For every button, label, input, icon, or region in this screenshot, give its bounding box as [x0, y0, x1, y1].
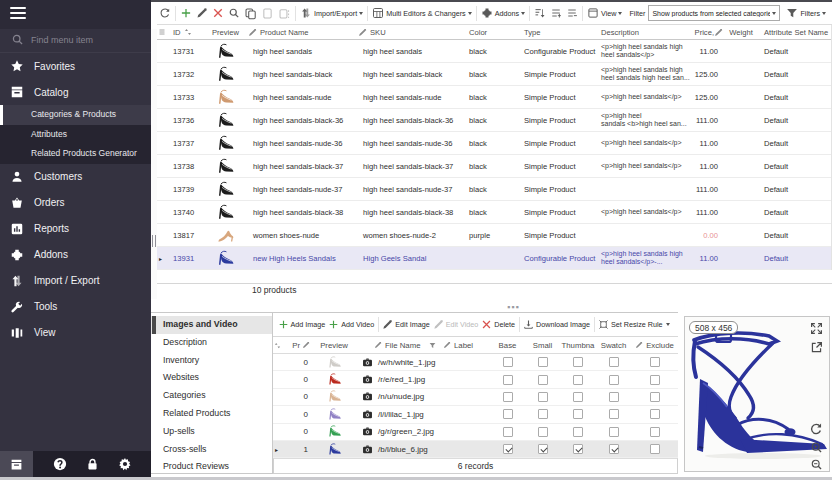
sidebar-item-categories-products[interactable]: Categories & Products: [0, 105, 151, 125]
sidebar-item-catalog[interactable]: Catalog: [0, 79, 151, 105]
col-header-sku[interactable]: SKU: [358, 28, 464, 37]
col-header-color[interactable]: Color: [464, 28, 520, 37]
view-button[interactable]: View: [585, 3, 624, 23]
thumbnail-checkbox[interactable]: [560, 409, 596, 419]
base-checkbox[interactable]: [490, 392, 525, 402]
col-header-attribute-set[interactable]: Attribute Set Name: [759, 28, 831, 37]
col-header-file-name[interactable]: File Name: [356, 341, 443, 350]
image-row[interactable]: 0 /g/r/green_2.jpg: [273, 424, 678, 441]
bottom-tab[interactable]: Images and Video: [151, 316, 272, 334]
bottom-tab[interactable]: Inventory: [151, 352, 272, 370]
filters-button[interactable]: Filters: [784, 3, 828, 23]
add-video-button[interactable]: Add Video: [327, 319, 376, 330]
edit-image-button[interactable]: Edit Image: [381, 319, 431, 330]
help-icon[interactable]: [53, 457, 67, 471]
sidebar-item-favorites[interactable]: Favorites: [0, 53, 151, 79]
swatch-checkbox[interactable]: [596, 357, 631, 367]
sidebar-item-orders[interactable]: Orders: [0, 190, 151, 216]
image-row[interactable]: ▸ 1 /b/l/blue_6.jpg: [273, 441, 678, 458]
horizontal-splitter[interactable]: ▪▪▪: [157, 297, 832, 312]
base-checkbox[interactable]: [490, 357, 525, 367]
hamburger-menu-icon[interactable]: [10, 7, 26, 20]
search-button[interactable]: [226, 3, 242, 23]
product-row[interactable]: ▸ 13931 new High Heels Sandals High Geel…: [157, 247, 831, 270]
product-row[interactable]: 13738 high heel sandals-black-37 high he…: [157, 155, 831, 178]
bottom-tab[interactable]: Up-sells: [151, 423, 272, 441]
zoom-in-icon[interactable]: [810, 441, 823, 454]
image-row[interactable]: 0 /l/i/lilac_1.jpg: [273, 406, 678, 423]
product-row[interactable]: 13731 high heel sandals high heel sandal…: [157, 40, 831, 63]
sort-icon[interactable]: [273, 342, 282, 349]
set-resize-rule-button[interactable]: Set Resize Rule: [597, 319, 665, 330]
bottom-tab[interactable]: Related Products: [151, 405, 272, 423]
swatch-checkbox[interactable]: [596, 375, 631, 385]
col-header-type[interactable]: Type: [520, 28, 596, 37]
swatch-checkbox[interactable]: [596, 427, 631, 437]
gear-icon[interactable]: [118, 457, 132, 471]
product-row[interactable]: 13739 high heel sandals-nude-37 high hee…: [157, 178, 831, 201]
delete-product-button[interactable]: [210, 3, 226, 23]
add-image-button[interactable]: Add Image: [276, 319, 327, 330]
image-row[interactable]: 0 /w/h/white_1.jpg: [273, 354, 678, 371]
collapse-all-button[interactable]: [564, 3, 580, 23]
col-header-label[interactable]: Label: [443, 341, 490, 350]
col-header-product-name[interactable]: Product Name: [248, 28, 358, 37]
exclude-checkbox[interactable]: [631, 375, 678, 385]
col-header-base[interactable]: Base: [490, 341, 525, 350]
expand-all-button[interactable]: [548, 3, 564, 23]
base-checkbox[interactable]: [490, 375, 525, 385]
bottom-tab[interactable]: Product Reviews: [151, 458, 272, 476]
bottom-tab[interactable]: Websites: [151, 369, 272, 387]
small-checkbox[interactable]: [525, 444, 560, 454]
bottom-tab[interactable]: Cross-sells: [151, 441, 272, 459]
exclude-checkbox[interactable]: [631, 357, 678, 367]
product-row[interactable]: 13732 high heel sandals-black high heel …: [157, 63, 831, 86]
thumbnail-checkbox[interactable]: [560, 444, 596, 454]
download-image-button[interactable]: Download Image: [522, 319, 592, 330]
exclude-checkbox[interactable]: [631, 409, 678, 419]
sort-button[interactable]: [532, 3, 548, 23]
sidebar-item-view[interactable]: View: [0, 320, 151, 346]
image-row[interactable]: 0 /n/u/nude.jpg: [273, 389, 678, 406]
small-checkbox[interactable]: [525, 427, 560, 437]
paste-special-button[interactable]: [276, 3, 293, 23]
col-header-preview[interactable]: Preview: [312, 341, 356, 350]
col-header-id[interactable]: ID: [166, 28, 203, 37]
sidebar-search[interactable]: Find menu item: [0, 29, 151, 53]
store-button[interactable]: [0, 451, 33, 477]
col-header-exclude[interactable]: Exclude: [631, 341, 678, 350]
multi-editors-button[interactable]: Multi Editors & Changers: [370, 3, 474, 23]
thumbnail-checkbox[interactable]: [560, 375, 596, 385]
sidebar-item-addons[interactable]: Addons: [0, 242, 151, 268]
product-row[interactable]: 13740 high heel sandals-black-38 high he…: [157, 201, 831, 224]
product-row[interactable]: 13737 high heel sandals-nude-36 high hee…: [157, 132, 831, 155]
base-checkbox[interactable]: [490, 409, 525, 419]
small-checkbox[interactable]: [525, 357, 560, 367]
external-link-icon[interactable]: [810, 341, 823, 354]
col-header-swatch[interactable]: Swatch: [596, 341, 631, 350]
paste-button[interactable]: [259, 3, 276, 23]
import-export-button[interactable]: Import/Export: [298, 3, 365, 23]
product-row[interactable]: 13736 high heel sandals-black-36 high he…: [157, 109, 831, 132]
addons-button[interactable]: Addons: [479, 3, 527, 23]
col-header-pr[interactable]: Pr: [282, 341, 312, 350]
filter-select[interactable]: Show products from selected categories: [648, 5, 780, 21]
swatch-checkbox[interactable]: [596, 444, 631, 454]
swatch-checkbox[interactable]: [596, 409, 631, 419]
exclude-checkbox[interactable]: [631, 427, 678, 437]
edit-video-button[interactable]: Edit Video: [431, 319, 480, 330]
col-header-thumbnail[interactable]: Thumbna: [560, 341, 596, 350]
sidebar-item-related-products-generator[interactable]: Related Products Generator: [0, 144, 151, 164]
bottom-tab[interactable]: Categories: [151, 387, 272, 405]
small-checkbox[interactable]: [525, 375, 560, 385]
thumbnail-checkbox[interactable]: [560, 427, 596, 437]
exclude-checkbox[interactable]: [631, 444, 678, 454]
column-chooser-icon[interactable]: [157, 28, 166, 36]
thumbnail-checkbox[interactable]: [560, 392, 596, 402]
rotate-icon[interactable]: [809, 422, 823, 436]
col-header-description[interactable]: Description: [596, 28, 690, 37]
base-checkbox[interactable]: [490, 444, 525, 454]
col-header-small[interactable]: Small: [525, 341, 560, 350]
zoom-out-icon[interactable]: [810, 458, 823, 471]
lock-icon[interactable]: [86, 458, 99, 471]
